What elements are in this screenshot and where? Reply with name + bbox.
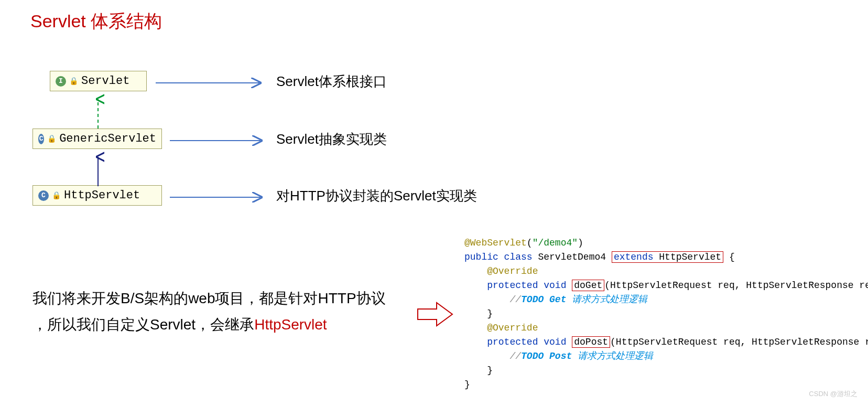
class-icon: C	[38, 190, 49, 201]
lock-icon: 🔒	[52, 191, 61, 200]
uml-label: Servlet	[81, 74, 129, 88]
arrow-right-icon	[169, 135, 266, 146]
uml-box-httpservlet: C 🔒 HttpServlet	[32, 185, 162, 206]
extends-arrow-icon	[92, 150, 104, 187]
arrow-right-icon	[155, 78, 265, 88]
body-line: ，所以我们自定义Servlet，会继承	[32, 316, 254, 333]
uml-label: HttpServlet	[64, 189, 140, 202]
code-snippet: @WebServlet("/demo4") public class Servl…	[464, 236, 868, 392]
desc-servlet: Servlet体系根接口	[276, 72, 387, 91]
uml-label: GenericServlet	[59, 132, 156, 145]
page-title: Servlet 体系结构	[30, 9, 162, 34]
class-icon: C	[38, 134, 44, 144]
interface-icon: I	[56, 76, 66, 87]
body-line: 我们将来开发B/S架构的web项目，都是针对HTTP协议	[32, 290, 386, 306]
lock-icon: 🔒	[69, 77, 78, 86]
desc-generic: Servlet抽象实现类	[276, 130, 387, 148]
arrow-right-icon	[169, 192, 266, 202]
lock-icon: 🔒	[47, 134, 56, 143]
attribution-text: CSDN @游坦之	[809, 389, 858, 399]
uml-box-servlet: I 🔒 Servlet	[50, 71, 147, 91]
highlight-httpservlet: HttpServlet	[254, 316, 327, 333]
big-arrow-right-icon	[417, 302, 454, 327]
body-paragraph: 我们将来开发B/S架构的web项目，都是针对HTTP协议 ，所以我们自定义Ser…	[32, 285, 399, 338]
implements-arrow-icon	[92, 92, 104, 130]
uml-box-genericservlet: C 🔒 GenericServlet	[32, 129, 162, 149]
desc-http: 对HTTP协议封装的Servlet实现类	[276, 187, 477, 205]
